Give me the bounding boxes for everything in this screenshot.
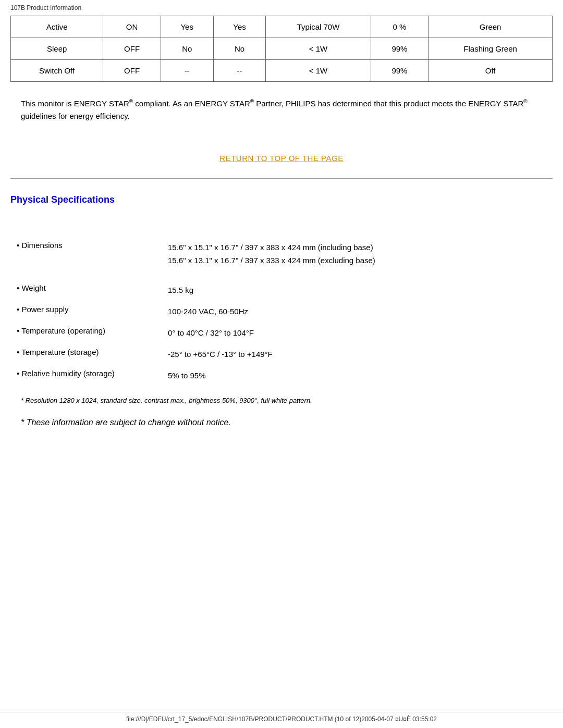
spec-value: 100-240 VAC, 60-50Hz [162,301,553,322]
energy-star-text: This monitor is ENERGY STAR® compliant. … [10,92,553,133]
spec-value-line: 0° to 40°C / 32° to 104°F [168,326,546,339]
spec-label: • Temperature (storage) [10,343,162,365]
table-cell: 0 % [371,16,429,38]
spec-label: • Power supply [10,301,162,322]
footer-text: file:///D|/EDFU/crt_17_5/edoc/ENGLISH/10… [126,715,437,723]
page-footer: file:///D|/EDFU/crt_17_5/edoc/ENGLISH/10… [0,712,563,723]
spec-value-line: 15.6" x 15.1" x 16.7" / 397 x 383 x 424 … [168,241,546,254]
table-cell: OFF [103,38,161,60]
spec-row: • Weight15.5 kg [10,279,553,301]
spec-value: 0° to 40°C / 32° to 104°F [162,322,553,343]
spec-label: • Dimensions [10,237,162,271]
table-cell: < 1W [266,38,371,60]
table-cell: ON [103,16,161,38]
table-cell: Typical 70W [266,16,371,38]
table-cell: Flashing Green [429,38,553,60]
spec-row: • Temperature (operating)0° to 40°C / 32… [10,322,553,343]
spec-row: • Power supply100-240 VAC, 60-50Hz [10,301,553,322]
table-cell: Switch Off [11,60,103,82]
spec-value-line: -25° to +65°C / -13° to +149°F [168,348,546,361]
spec-label: • Temperature (operating) [10,322,162,343]
physical-specifications-title: Physical Specifications [10,194,553,205]
spec-row: • Temperature (storage)-25° to +65°C / -… [10,343,553,365]
spec-value-line: 5% to 95% [168,369,546,382]
return-to-top-link[interactable]: RETURN TO TOP OF THE PAGE [219,154,343,163]
spec-footnote-1: * Resolution 1280 x 1024, standard size,… [10,391,553,410]
spec-row: • Relative humidity (storage)5% to 95% [10,365,553,386]
table-cell: OFF [103,60,161,82]
spec-value: 15.5 kg [162,279,553,301]
table-cell: No [213,38,266,60]
spec-label: • Relative humidity (storage) [10,365,162,386]
spec-value-line: 15.5 kg [168,283,546,297]
spec-value: -25° to +65°C / -13° to +149°F [162,343,553,365]
section-divider [10,178,553,179]
spec-row: • Dimensions15.6" x 15.1" x 16.7" / 397 … [10,237,553,271]
power-table: ActiveONYesYesTypical 70W0 %GreenSleepOF… [10,16,553,82]
table-cell: 99% [371,60,429,82]
return-link-section: RETURN TO TOP OF THE PAGE [10,133,553,178]
table-row: SleepOFFNoNo< 1W99%Flashing Green [11,38,553,60]
physical-specifications-section: Physical Specifications • Dimensions15.6… [0,194,563,436]
spec-value: 15.6" x 15.1" x 16.7" / 397 x 383 x 424 … [162,237,553,271]
table-cell: Yes [161,16,213,38]
spec-footnote-2: * These information are subject to chang… [10,410,553,436]
table-cell: < 1W [266,60,371,82]
table-cell: No [161,38,213,60]
table-row: ActiveONYesYesTypical 70W0 %Green [11,16,553,38]
spec-label: • Weight [10,279,162,301]
spec-value-line: 100-240 VAC, 60-50Hz [168,305,546,318]
spec-table: • Dimensions15.6" x 15.1" x 16.7" / 397 … [10,226,553,386]
table-cell: Yes [213,16,266,38]
table-cell: Off [429,60,553,82]
table-cell: Green [429,16,553,38]
table-cell: -- [161,60,213,82]
table-cell: 99% [371,38,429,60]
spec-value: 5% to 95% [162,365,553,386]
spacer-row [10,271,553,279]
breadcrumb-text: 107B Product Information [10,4,81,11]
main-content: ActiveONYesYesTypical 70W0 %GreenSleepOF… [0,16,563,178]
table-cell: Sleep [11,38,103,60]
table-row: Switch OffOFF----< 1W99%Off [11,60,553,82]
spec-value-line: 15.6" x 13.1" x 16.7" / 397 x 333 x 424 … [168,254,546,267]
page-header: 107B Product Information [0,0,563,16]
spacer-row [10,226,553,237]
table-cell: Active [11,16,103,38]
table-cell: -- [213,60,266,82]
